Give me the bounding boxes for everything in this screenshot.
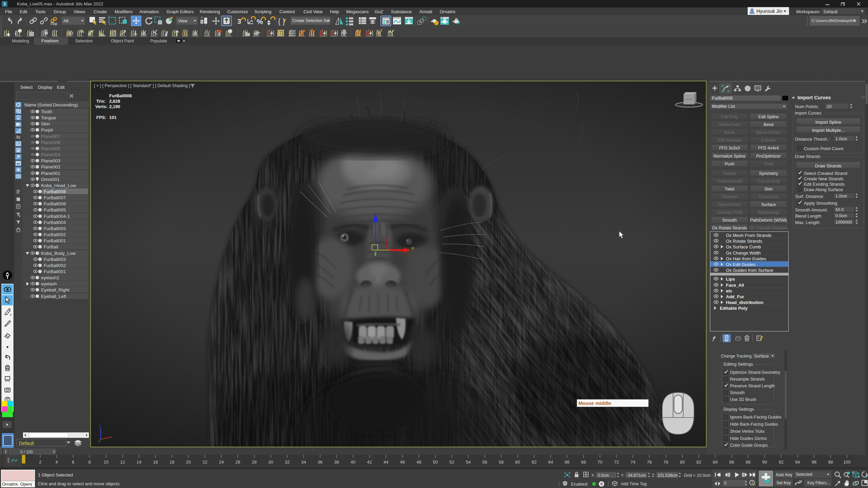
svg-text:%: % [257, 18, 263, 25]
svg-text:z: z [99, 424, 101, 428]
svg-text:3: 3 [237, 18, 241, 25]
svg-text:4: 4 [55, 460, 58, 465]
svg-text:100: 100 [843, 460, 851, 465]
svg-text:24: 24 [219, 460, 223, 465]
svg-text:98: 98 [828, 460, 833, 465]
svg-text:80: 80 [680, 460, 685, 465]
svg-text:74: 74 [630, 460, 635, 465]
svg-text:82: 82 [696, 460, 701, 465]
svg-text:44: 44 [383, 460, 388, 465]
svg-text:36: 36 [318, 460, 322, 465]
svg-text:40: 40 [351, 460, 355, 465]
svg-text:92: 92 [779, 460, 784, 465]
svg-text:56: 56 [482, 460, 487, 465]
svg-text:76: 76 [647, 460, 652, 465]
svg-text:0: 0 [600, 482, 603, 486]
svg-text:48: 48 [416, 460, 421, 465]
svg-text:60: 60 [515, 460, 520, 465]
svg-text:22: 22 [202, 460, 207, 465]
svg-text:50: 50 [433, 460, 438, 465]
svg-text:30: 30 [268, 460, 273, 465]
svg-text:34: 34 [301, 460, 306, 465]
svg-text:86: 86 [729, 460, 734, 465]
svg-text:32: 32 [285, 460, 290, 465]
svg-text:42: 42 [367, 460, 372, 465]
svg-text:20: 20 [186, 460, 191, 465]
svg-text:84: 84 [713, 460, 717, 465]
svg-text:i: i [15, 30, 17, 36]
svg-text:28: 28 [252, 460, 257, 465]
svg-text:10: 10 [104, 460, 108, 465]
svg-text:y: y [374, 251, 376, 256]
svg-text:52: 52 [449, 460, 454, 465]
svg-text:62: 62 [532, 460, 536, 465]
svg-text:58: 58 [499, 460, 504, 465]
svg-text:88: 88 [746, 460, 750, 465]
svg-text:78: 78 [664, 460, 668, 465]
svg-text:38: 38 [334, 460, 339, 465]
svg-text:3: 3 [3, 2, 6, 6]
svg-text:26: 26 [235, 460, 240, 465]
svg-text:x: x [412, 246, 414, 250]
svg-text:66: 66 [565, 460, 569, 465]
svg-text:12: 12 [120, 460, 125, 465]
svg-text:2: 2 [39, 460, 41, 465]
svg-text:FRONT: FRONT [685, 98, 693, 101]
svg-text:90: 90 [762, 460, 767, 465]
svg-text:18: 18 [170, 460, 174, 465]
svg-text:68: 68 [581, 460, 586, 465]
svg-text:70: 70 [597, 460, 602, 465]
svg-text:8: 8 [88, 460, 91, 465]
svg-text:94: 94 [795, 460, 800, 465]
svg-text:96: 96 [812, 460, 816, 465]
svg-text:16: 16 [153, 460, 158, 465]
svg-text:46: 46 [400, 460, 405, 465]
svg-text:54: 54 [466, 460, 471, 465]
svg-text:6: 6 [72, 460, 74, 465]
svg-text:72: 72 [614, 460, 619, 465]
svg-text:64: 64 [548, 460, 553, 465]
svg-text:14: 14 [137, 460, 141, 465]
